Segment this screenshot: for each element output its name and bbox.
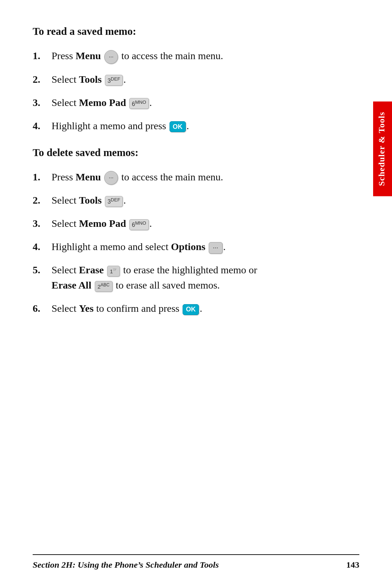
section-delete-memo: To delete saved memos: 1. Press Menu ···… (33, 147, 359, 317)
step-content: Highlight a memo and select Options ···. (52, 239, 359, 254)
footer-title: Section 2H: Using the Phone’s Scheduler … (33, 560, 219, 570)
list-item: 5. Select Erase 1☞ to erase the highligh… (33, 262, 359, 293)
bold-yes: Yes (79, 303, 93, 314)
options-key-icon: ··· (209, 242, 222, 254)
list-item: 4. Highlight a memo and select Options ·… (33, 239, 359, 254)
step-content: Select Memo Pad 6MNO. (52, 216, 359, 231)
menu-key-icon: ··· (104, 50, 118, 64)
list-item: 4. Highlight a memo and press OK. (33, 118, 359, 134)
bold-options: Options (171, 241, 205, 252)
sidebar-tab: Scheduler & Tools (373, 102, 392, 196)
tools-key-icon: 3DEF (105, 75, 123, 86)
step-number: 5. (33, 262, 52, 278)
step-content: Select Tools 3DEF. (52, 72, 359, 87)
list-item: 1. Press Menu ··· to access the main men… (33, 48, 359, 64)
step-number: 1. (33, 48, 52, 64)
list-item: 2. Select Tools 3DEF. (33, 72, 359, 87)
step-content: Press Menu ··· to access the main menu. (52, 170, 359, 185)
bold-menu: Menu (75, 171, 101, 183)
bold-memopad: Memo Pad (79, 97, 126, 108)
step-number: 2. (33, 72, 52, 87)
ok-key-icon: OK (170, 121, 186, 132)
erase-key-icon: 1☞ (107, 266, 120, 277)
step-number: 2. (33, 193, 52, 208)
step-number: 6. (33, 301, 52, 316)
section-read-heading: To read a saved memo: (33, 25, 359, 37)
step-content: Press Menu ··· to access the main menu. (52, 48, 359, 64)
step-content: Select Tools 3DEF. (52, 193, 359, 208)
list-item: 3. Select Memo Pad 6MNO. (33, 216, 359, 231)
list-item: 6. Select Yes to confirm and press OK. (33, 301, 359, 316)
step-number: 4. (33, 239, 52, 254)
page-footer: Section 2H: Using the Phone’s Scheduler … (33, 554, 359, 570)
bold-menu: Menu (75, 50, 101, 61)
bold-eraseall: Erase All (52, 279, 91, 291)
bold-tools: Tools (79, 195, 102, 206)
step-content: Highlight a memo and press OK. (52, 118, 359, 134)
page-container: Scheduler & Tools To read a saved memo: … (0, 0, 392, 588)
list-item: 3. Select Memo Pad 6MNO. (33, 95, 359, 110)
footer-page: 143 (346, 560, 359, 570)
menu-key-icon: ··· (104, 171, 118, 185)
tools-key-icon: 3DEF (105, 196, 123, 207)
eraseall-key-icon: 2ABC (95, 281, 113, 292)
bold-tools: Tools (79, 74, 102, 85)
step-content: Select Memo Pad 6MNO. (52, 95, 359, 110)
memopad-key-icon: 6MNO (129, 98, 148, 109)
list-item: 2. Select Tools 3DEF. (33, 193, 359, 208)
bold-memopad: Memo Pad (79, 218, 126, 229)
bold-erase: Erase (79, 264, 103, 275)
read-memo-list: 1. Press Menu ··· to access the main men… (33, 48, 359, 134)
delete-memo-list: 1. Press Menu ··· to access the main men… (33, 170, 359, 317)
step-number: 3. (33, 216, 52, 231)
step-number: 1. (33, 170, 52, 185)
section-read-memo: To read a saved memo: 1. Press Menu ··· … (33, 25, 359, 134)
memopad-key-icon: 6MNO (129, 219, 148, 230)
list-item: 1. Press Menu ··· to access the main men… (33, 170, 359, 185)
step-number: 4. (33, 118, 52, 134)
step-content: Select Erase 1☞ to erase the highlighted… (52, 262, 359, 293)
section-delete-heading: To delete saved memos: (33, 147, 359, 159)
step-number: 3. (33, 95, 52, 110)
ok-key-icon: OK (183, 304, 199, 315)
step-content: Select Yes to confirm and press OK. (52, 301, 359, 316)
